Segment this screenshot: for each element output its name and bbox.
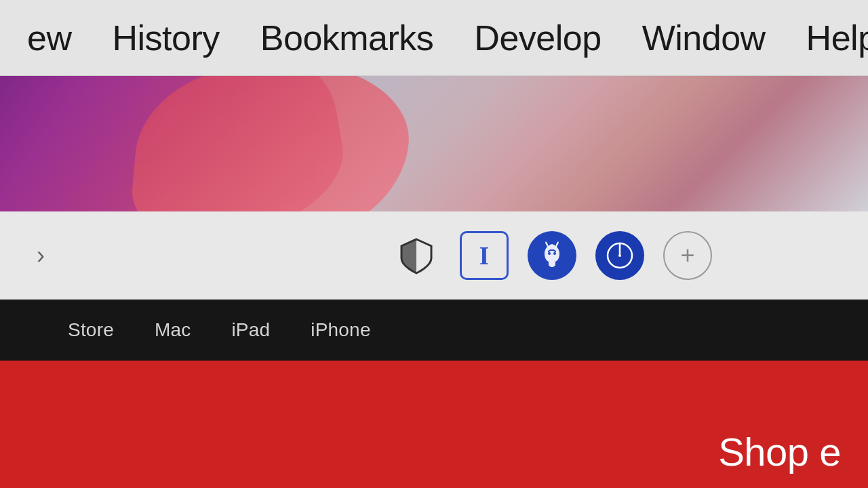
menu-item-help[interactable]: Help [786,18,868,58]
svg-point-2 [553,252,556,255]
bear-extension[interactable] [528,231,576,280]
menu-item-view[interactable]: ew [7,18,92,58]
red-content-area: Shop e [0,361,868,488]
extensions-area: I [392,231,712,280]
add-extension-button[interactable]: + [663,231,712,280]
1password-extension[interactable] [595,231,644,280]
macos-menu-bar: ew History Bookmarks Develop Window Help [0,0,868,76]
nav-item-store[interactable]: Store [68,319,114,341]
menu-item-bookmarks[interactable]: Bookmarks [240,18,454,58]
nav-item-iphone[interactable]: iPhone [311,319,370,341]
apple-website-nav: Store Mac iPad iPhone [0,300,868,361]
hero-background [0,76,868,211]
instapaper-extension[interactable]: I [460,231,509,280]
menu-item-window[interactable]: Window [622,18,786,58]
menu-item-history[interactable]: History [92,18,239,58]
menu-item-develop[interactable]: Develop [454,18,621,58]
privacy-badger-extension[interactable] [392,231,441,280]
hero-blob-pink [128,76,415,211]
forward-button[interactable]: › [20,235,61,276]
shop-text: Shop e [718,429,841,474]
safari-toolbar: › I [0,211,868,300]
nav-item-mac[interactable]: Mac [155,319,191,341]
nav-item-ipad[interactable]: iPad [231,319,270,341]
svg-point-1 [548,252,551,255]
